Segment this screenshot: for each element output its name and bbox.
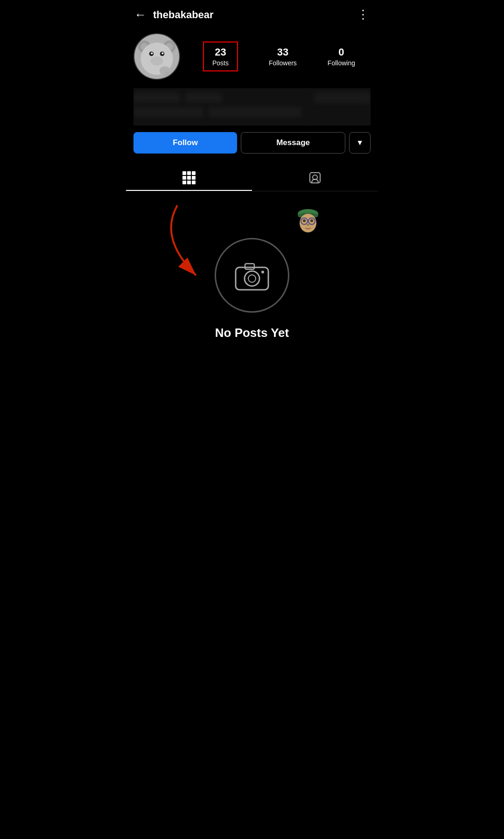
svg-point-24 [307,224,309,226]
following-count: 0 [338,46,344,58]
tabs [126,165,378,191]
svg-point-22 [303,219,306,222]
svg-point-27 [245,271,259,286]
followers-count: 33 [277,46,288,58]
no-posts-section: No Posts Yet [126,191,378,359]
avatar[interactable] [133,33,180,80]
svg-point-23 [310,219,313,222]
more-options-button[interactable]: ⋮ [357,7,370,22]
stats-row: 23 Posts 33 Followers 0 Following [188,42,371,71]
svg-point-30 [261,271,264,273]
profile-section: 23 Posts 33 Followers 0 Following Follow… [126,28,378,154]
svg-point-9 [162,52,164,54]
following-stat[interactable]: 0 Following [328,46,355,67]
profile-top: 23 Posts 33 Followers 0 Following [133,33,371,80]
grid-icon [182,171,196,184]
avatar-image [134,34,179,79]
following-label: Following [328,59,355,67]
header: ← thebakabear ⋮ [126,0,378,28]
dropdown-button[interactable]: ▼ [349,132,371,154]
camera-circle [215,238,289,313]
sticker-character [294,205,322,238]
svg-point-8 [151,52,153,54]
posts-stat[interactable]: 23 Posts [203,42,238,71]
back-button[interactable]: ← [134,7,147,22]
profile-username: thebakabear [153,9,214,21]
svg-point-13 [164,72,171,77]
tab-tagged[interactable] [252,165,378,191]
no-posts-title: No Posts Yet [215,326,289,340]
action-buttons: Follow Message ▼ [133,132,371,154]
posts-label: Posts [212,59,229,67]
bio-section [133,88,371,126]
followers-label: Followers [269,59,297,67]
svg-point-28 [248,275,256,282]
follow-button[interactable]: Follow [133,132,237,154]
content-area: No Posts Yet [126,191,378,471]
camera-icon [233,259,271,292]
svg-rect-29 [245,264,254,269]
posts-count: 23 [215,46,226,58]
tagged-icon [308,171,322,184]
header-left: ← thebakabear [134,7,214,22]
dropdown-icon: ▼ [356,139,364,147]
followers-stat[interactable]: 33 Followers [269,46,297,67]
svg-point-11 [151,56,163,65]
tab-grid[interactable] [126,165,252,191]
message-button[interactable]: Message [241,132,345,154]
